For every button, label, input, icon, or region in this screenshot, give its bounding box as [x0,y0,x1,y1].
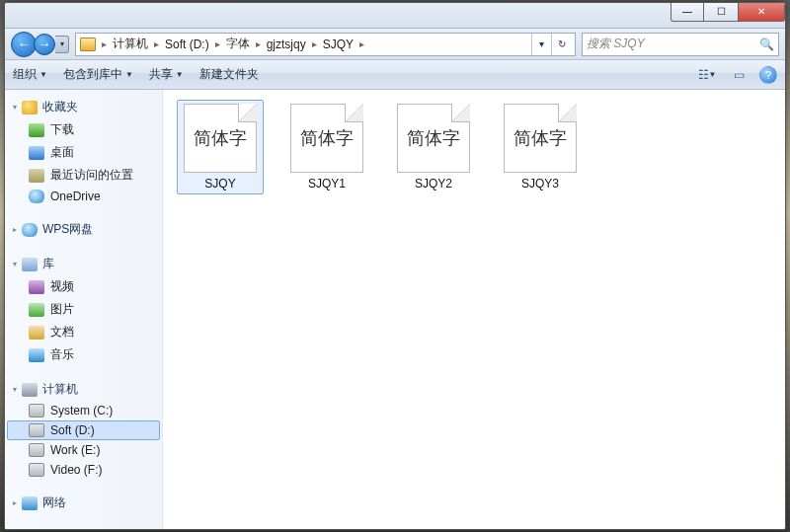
wps-label: WPS网盘 [42,221,93,238]
computer-header[interactable]: ▾ 计算机 [7,378,160,401]
preview-pane-button[interactable]: ▭ [728,65,750,85]
window-titlebar[interactable]: — ☐ ✕ [5,3,785,29]
chevron-down-icon: ▼ [709,70,717,79]
sidebar-item-label: OneDrive [50,190,101,203]
breadcrumb-item[interactable]: Soft (D:) [165,38,209,51]
font-file-icon: 简体字 [504,104,577,173]
favorites-label: 收藏夹 [42,99,78,115]
sidebar-item-music[interactable]: 音乐 [7,343,160,366]
organize-menu[interactable]: 组织 ▼ [13,66,47,83]
refresh-button[interactable]: ↻ [551,34,571,55]
explorer-window: — ☐ ✕ ← → ▾ ▸ 计算机 ▸ Soft (D:) ▸ 字体 ▸ gjz… [4,2,786,530]
sidebar-item-drive-c[interactable]: System (C:) [7,401,160,420]
breadcrumb-item[interactable]: 计算机 [113,36,148,52]
address-bar[interactable]: ▸ 计算机 ▸ Soft (D:) ▸ 字体 ▸ gjztsjqy ▸ SJQY… [75,33,576,56]
maximize-button[interactable]: ☐ [704,2,738,22]
file-name: SJQY2 [415,177,452,190]
drive-icon [29,404,44,418]
file-list[interactable]: 简体字 SJQY 简体字 SJQY1 简体字 SJQY2 简体字 SJQY3 [163,90,785,529]
address-dropdown[interactable]: ▾ [531,34,551,55]
favorites-group: ▾ 收藏夹 下载 桌面 最近访问的位置 OneDrive [7,96,160,206]
navigation-bar: ← → ▾ ▸ 计算机 ▸ Soft (D:) ▸ 字体 ▸ gjztsjqy … [5,29,785,60]
view-icon: ☷ [698,68,709,82]
sidebar-item-drive-f[interactable]: Video (F:) [7,460,160,480]
font-file-icon: 简体字 [184,104,257,173]
search-input[interactable]: 搜索 SJQY 🔍 [582,33,779,56]
sidebar-item-label: Video (F:) [50,463,102,477]
onedrive-icon [29,190,44,203]
wps-group: ▸ WPS网盘 [7,218,160,241]
music-icon [29,348,44,362]
file-name: SJQY1 [308,177,346,190]
new-folder-button[interactable]: 新建文件夹 [199,66,259,83]
close-button[interactable]: ✕ [738,2,785,22]
file-item[interactable]: 简体字 SJQY2 [390,100,477,194]
view-options-button[interactable]: ☷ ▼ [696,65,718,85]
sidebar-item-pictures[interactable]: 图片 [7,298,160,321]
network-group: ▸ 网络 [7,492,160,514]
expand-icon: ▸ [13,225,17,234]
expand-icon: ▾ [13,260,17,268]
drive-icon [29,463,44,477]
sidebar-item-label: 音乐 [50,346,74,363]
explorer-body: ▾ 收藏夹 下载 桌面 最近访问的位置 OneDrive ▸ WPS网盘 ▾ [5,90,785,529]
computer-group: ▾ 计算机 System (C:) Soft (D:) Work (E:) Vi… [7,378,160,480]
breadcrumb-sep-icon: ▸ [152,38,161,49]
sidebar-item-downloads[interactable]: 下载 [7,118,160,141]
sidebar-item-drive-e[interactable]: Work (E:) [7,440,160,460]
file-item[interactable]: 简体字 SJQY1 [283,100,370,194]
sidebar-item-label: 图片 [50,301,74,318]
sidebar-item-videos[interactable]: 视频 [7,275,160,298]
window-controls: — ☐ ✕ [671,3,785,22]
breadcrumb-sep-icon: ▸ [213,38,222,49]
libraries-label: 库 [42,256,54,272]
chevron-down-icon: ▼ [40,70,47,79]
breadcrumb-sep-icon: ▸ [310,38,319,49]
share-menu[interactable]: 共享 ▼ [149,66,184,83]
chevron-down-icon: ▼ [125,70,133,79]
breadcrumb-item[interactable]: gjztsjqy [267,38,306,51]
sidebar-item-label: 视频 [50,278,74,295]
sidebar-item-label: Soft (D:) [50,423,95,437]
navigation-pane[interactable]: ▾ 收藏夹 下载 桌面 最近访问的位置 OneDrive ▸ WPS网盘 ▾ [5,90,163,529]
command-bar: 组织 ▼ 包含到库中 ▼ 共享 ▼ 新建文件夹 ☷ ▼ ▭ ? [5,60,785,90]
file-name: SJQY3 [521,177,559,190]
sidebar-item-documents[interactable]: 文档 [7,321,160,343]
libraries-header[interactable]: ▾ 库 [7,253,160,275]
forward-button[interactable]: → [34,34,55,55]
expand-icon: ▾ [13,385,17,394]
font-file-icon: 简体字 [397,104,470,173]
sidebar-item-desktop[interactable]: 桌面 [7,141,160,164]
file-item[interactable]: 简体字 SJQY [177,100,264,194]
help-button[interactable]: ? [759,66,777,84]
expand-icon: ▸ [13,498,17,507]
favorites-header[interactable]: ▾ 收藏夹 [7,96,160,118]
nav-arrows: ← → ▾ [11,32,69,57]
sidebar-item-recent[interactable]: 最近访问的位置 [7,164,160,187]
search-placeholder: 搜索 SJQY [587,36,645,52]
include-label: 包含到库中 [63,66,122,83]
breadcrumb-item[interactable]: SJQY [323,38,354,51]
font-file-icon: 简体字 [290,104,363,173]
drive-icon [29,443,44,457]
network-label: 网络 [42,494,66,511]
breadcrumb-item[interactable]: 字体 [226,36,250,52]
sidebar-item-onedrive[interactable]: OneDrive [7,187,160,206]
recent-icon [29,169,44,183]
file-item[interactable]: 简体字 SJQY3 [497,100,584,194]
folder-icon [80,38,96,51]
sidebar-item-drive-d[interactable]: Soft (D:) [7,420,160,440]
minimize-button[interactable]: — [671,2,704,22]
pictures-icon [29,303,44,317]
include-in-library-menu[interactable]: 包含到库中 ▼ [63,66,133,83]
sidebar-item-label: System (C:) [50,404,113,418]
libraries-group: ▾ 库 视频 图片 文档 音乐 [7,253,160,366]
network-header[interactable]: ▸ 网络 [7,492,160,514]
wps-header[interactable]: ▸ WPS网盘 [7,218,160,241]
breadcrumb-sep-icon: ▸ [100,38,109,49]
nav-history-dropdown[interactable]: ▾ [55,36,69,53]
search-icon[interactable]: 🔍 [759,38,774,51]
videos-icon [29,280,44,294]
expand-icon: ▾ [13,103,17,112]
favorites-icon [22,101,38,114]
